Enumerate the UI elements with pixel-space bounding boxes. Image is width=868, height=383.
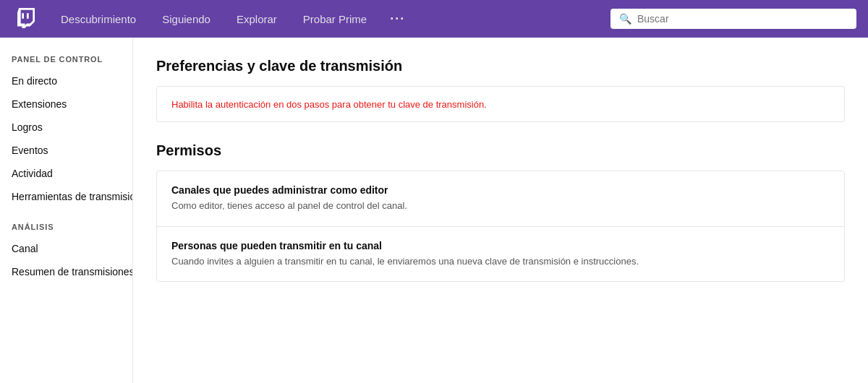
- alert-text: Habilita la autenticación en dos pasos p…: [171, 99, 487, 110]
- nav-siguiendo[interactable]: Siguiendo: [150, 7, 222, 31]
- section2-title: Permisos: [156, 142, 845, 159]
- layout: PANEL DE CONTROL En directo Extensiones …: [0, 38, 868, 383]
- sidebar-item-herramientas[interactable]: Herramientas de transmisión: [0, 185, 132, 208]
- card-editor: Canales que puedes administrar como edit…: [157, 171, 844, 227]
- sidebar-item-eventos[interactable]: Eventos: [0, 139, 132, 162]
- card-transmitir: Personas que pueden transmitir en tu can…: [157, 227, 844, 282]
- sidebar: PANEL DE CONTROL En directo Extensiones …: [0, 38, 133, 383]
- nav-links: Descubrimiento Siguiendo Explorar Probar…: [49, 6, 610, 33]
- search-bar[interactable]: 🔍: [610, 9, 856, 29]
- card-editor-desc: Como editor, tienes acceso al panel de c…: [171, 199, 830, 213]
- search-input[interactable]: [637, 13, 848, 25]
- sidebar-item-en-directo[interactable]: En directo: [0, 69, 132, 92]
- twitch-logo-icon: [16, 8, 36, 30]
- card-transmitir-title: Personas que pueden transmitir en tu can…: [171, 240, 830, 251]
- top-navigation: Descubrimiento Siguiendo Explorar Probar…: [0, 0, 868, 38]
- logo[interactable]: [12, 4, 41, 33]
- alert-box: Habilita la autenticación en dos pasos p…: [156, 86, 845, 122]
- sidebar-analisis-title: ANÁLISIS: [0, 223, 132, 237]
- permissions-cards: Canales que puedes administrar como edit…: [156, 171, 845, 282]
- sidebar-item-extensiones[interactable]: Extensiones: [0, 92, 132, 116]
- card-editor-title: Canales que puedes administrar como edit…: [171, 184, 830, 196]
- sidebar-item-canal[interactable]: Canal: [0, 237, 132, 260]
- sidebar-item-actividad[interactable]: Actividad: [0, 162, 132, 185]
- nav-probar-prime[interactable]: Probar Prime: [292, 7, 378, 31]
- nav-more-button[interactable]: ···: [381, 6, 414, 33]
- sidebar-item-logros[interactable]: Logros: [0, 116, 132, 139]
- search-icon: 🔍: [619, 13, 631, 25]
- main-content: Preferencias y clave de transmisión Habi…: [133, 38, 868, 383]
- sidebar-panel-title: PANEL DE CONTROL: [0, 55, 132, 69]
- section1-title: Preferencias y clave de transmisión: [156, 58, 845, 74]
- nav-descubrimiento[interactable]: Descubrimiento: [49, 7, 148, 31]
- nav-explorar[interactable]: Explorar: [225, 7, 289, 31]
- card-transmitir-desc: Cuando invites a alguien a transmitir en…: [171, 254, 830, 269]
- sidebar-item-resumen[interactable]: Resumen de transmisiones: [0, 260, 132, 283]
